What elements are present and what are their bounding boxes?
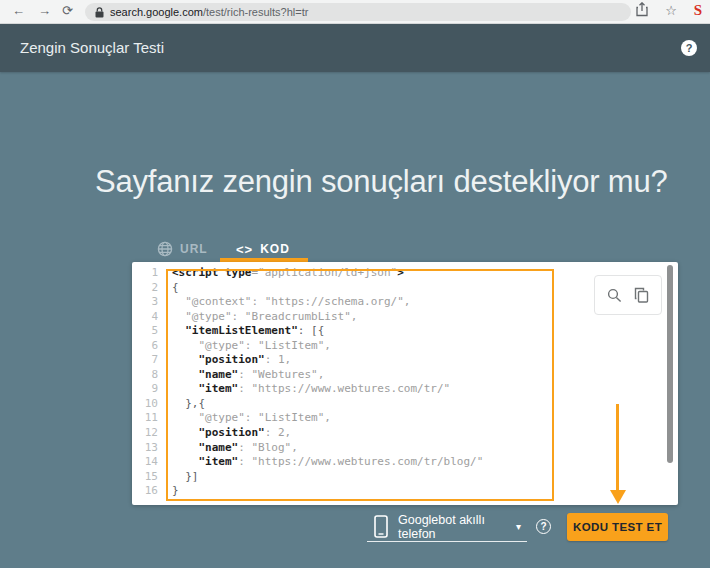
user-agent-label: Googlebot akıllı telefon — [398, 513, 516, 541]
bookmark-star-icon[interactable]: ☆ — [665, 3, 677, 18]
code-editor[interactable]: 1<script type="application/ld+json">2{3 … — [132, 262, 678, 505]
user-agent-dropdown[interactable]: Googlebot akıllı telefon ▾ — [367, 512, 527, 542]
smartphone-icon — [374, 515, 388, 538]
code-line: 15 }] — [132, 470, 678, 485]
code-line: 7 "position": 1, — [132, 353, 678, 368]
app-header: Zengin Sonuçlar Testi ? — [0, 24, 710, 72]
tab-kod-label: KOD — [260, 242, 290, 256]
editor-toolbar — [594, 275, 662, 315]
user-agent-help-icon[interactable]: ? — [536, 519, 551, 534]
forward-icon[interactable]: → — [38, 3, 51, 18]
reload-icon[interactable]: ⟳ — [62, 3, 73, 18]
code-line: 5 "itemListElement": [{ — [132, 324, 678, 339]
address-bar[interactable]: search.google.com/test/rich-results?hl=t… — [85, 3, 631, 21]
code-line: 12 "position": 2, — [132, 426, 678, 441]
help-icon[interactable]: ? — [681, 40, 697, 56]
code-line: 9 "item": "https://www.webtures.com/tr/" — [132, 382, 678, 397]
code-line: 6 "@type": "ListItem", — [132, 339, 678, 354]
extension-icon[interactable]: S — [694, 2, 702, 19]
url-path: /test/rich-results?hl=tr — [203, 6, 308, 18]
code-line: 14 "item": "https://www.webtures.com/tr/… — [132, 455, 678, 470]
code-line: 8 "name": "Webtures", — [132, 368, 678, 383]
code-line: 11 "@type": "ListItem", — [132, 411, 678, 426]
tab-url-label: URL — [180, 242, 208, 256]
tab-kod[interactable]: <> KOD — [236, 238, 290, 260]
annotation-arrow-head — [610, 490, 626, 504]
chevron-down-icon: ▾ — [516, 521, 521, 532]
search-icon[interactable] — [607, 288, 622, 303]
code-line: 10 },{ — [132, 397, 678, 412]
globe-icon — [157, 241, 173, 257]
lock-icon — [95, 7, 104, 18]
scrollbar-thumb[interactable] — [667, 265, 673, 463]
annotation-arrow — [616, 404, 619, 491]
code-icon: <> — [236, 242, 253, 257]
share-icon[interactable] — [636, 2, 648, 20]
copy-icon[interactable] — [634, 287, 649, 303]
tab-url[interactable]: URL — [157, 238, 208, 260]
app-title: Zengin Sonuçlar Testi — [20, 24, 164, 72]
url-domain: search.google.com — [110, 6, 203, 18]
page-title: Sayfanız zengin sonuçları destekliyor mu… — [95, 164, 710, 200]
test-code-button[interactable]: KODU TEST ET — [567, 513, 668, 541]
rich-results-test-page: ← → ⟳ search.google.com/test/rich-result… — [0, 0, 710, 568]
code-line: 13 "name": "Blog", — [132, 441, 678, 456]
code-line: 16} — [132, 484, 678, 499]
browser-toolbar: ← → ⟳ search.google.com/test/rich-result… — [0, 0, 710, 24]
back-icon[interactable]: ← — [12, 3, 25, 18]
